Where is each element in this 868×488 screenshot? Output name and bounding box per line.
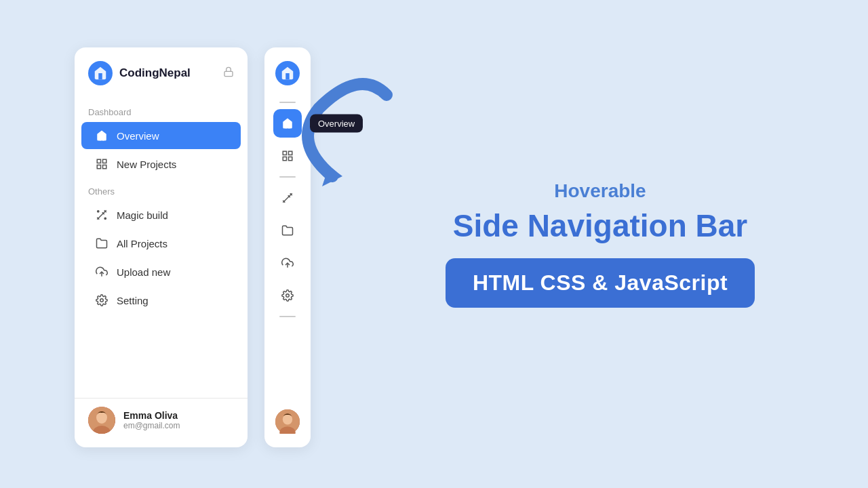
overview-tooltip: Overview [310, 115, 363, 133]
sidebar-item-new-projects[interactable]: New Projects [81, 150, 241, 178]
tech-badge: HTML CSS & JavaScript [446, 258, 755, 308]
user-info: Emma Oliva em@gmail.com [123, 410, 180, 430]
logo-icon [88, 61, 113, 85]
svg-point-6 [98, 211, 99, 212]
sidebar-item-setting[interactable]: Setting [81, 287, 241, 314]
sidebar-item-all-projects[interactable]: All Projects [81, 230, 241, 257]
svg-point-19 [286, 294, 290, 298]
collapsed-divider-3 [279, 316, 296, 317]
all-projects-label: All Projects [117, 238, 167, 249]
setting-label: Setting [117, 295, 149, 306]
sidebar-item-overview[interactable]: Overview [81, 122, 241, 149]
svg-point-7 [104, 218, 106, 219]
user-avatar [88, 407, 115, 434]
collapsed-item-all-projects[interactable] [273, 216, 302, 245]
sidebar-expanded: CodingNepal Dashboard Overview New [75, 47, 248, 447]
side-nav-label: Side Navigation Bar [446, 207, 755, 245]
lock-icon[interactable] [223, 66, 234, 80]
new-projects-label: New Projects [117, 159, 176, 170]
svg-rect-3 [97, 165, 100, 169]
wand-icon [95, 208, 108, 222]
brand-name: CodingNepal [119, 66, 191, 80]
svg-rect-0 [224, 71, 233, 76]
collapsed-footer [275, 409, 300, 434]
upload-icon [95, 265, 108, 279]
section-others-label: Others [75, 178, 248, 201]
section-dashboard-label: Dashboard [75, 99, 248, 121]
folder-icon [95, 237, 108, 250]
sidebar-header: CodingNepal [75, 61, 248, 99]
settings-icon [95, 293, 108, 307]
upload-label: Upload new [117, 266, 170, 278]
overview-label: Overview [117, 130, 159, 142]
collapsed-item-upload[interactable] [273, 249, 302, 277]
hero-section: Hoverable Side Navigation Bar HTML CSS &… [332, 0, 868, 488]
magic-build-label: Magic build [117, 209, 168, 221]
home-icon [95, 129, 108, 142]
hero-text: Hoverable Side Navigation Bar HTML CSS &… [446, 180, 755, 308]
svg-rect-1 [97, 159, 100, 163]
svg-rect-4 [103, 165, 106, 169]
user-name: Emma Oliva [123, 410, 180, 421]
collapsed-item-setting[interactable] [273, 281, 302, 310]
collapsed-avatar [275, 409, 300, 434]
sidebar-logo: CodingNepal [88, 61, 191, 85]
user-email: em@gmail.com [123, 421, 180, 430]
grid-icon [95, 157, 108, 171]
sidebar-item-upload[interactable]: Upload new [81, 258, 241, 285]
hoverable-label: Hoverable [446, 180, 755, 202]
svg-point-9 [100, 299, 104, 302]
sidebar-footer: Emma Oliva em@gmail.com [75, 398, 248, 434]
avatar-image [88, 407, 115, 434]
sidebar-item-magic-build[interactable]: Magic build [81, 201, 241, 228]
svg-rect-2 [103, 159, 106, 163]
